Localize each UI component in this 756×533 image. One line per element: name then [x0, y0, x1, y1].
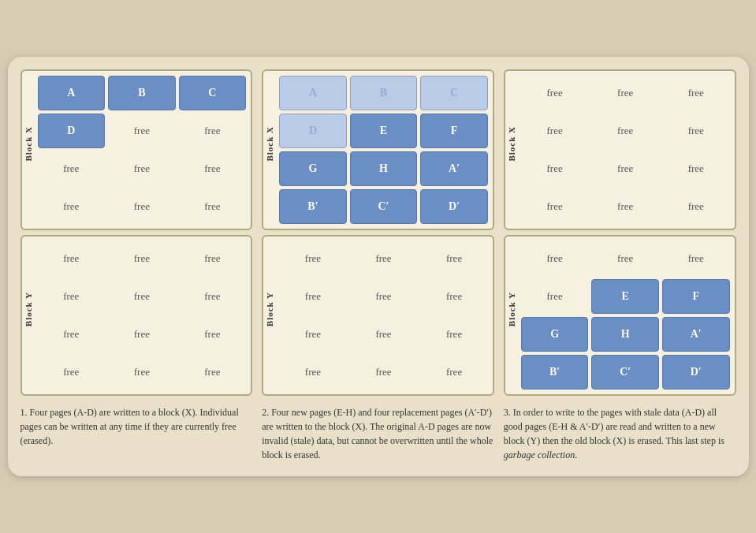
grid-cell: E: [591, 279, 659, 314]
panel-1: Block XABCDfreefreefreefreefreefreefreef…: [20, 69, 253, 464]
grid-cell: free: [591, 189, 659, 224]
grid-cell: free: [108, 114, 176, 148]
blocky-section: Block Yfreefreefreefreefreefreefreefreef…: [262, 235, 494, 396]
blockx-section: Block XABCDEFGHA′B′C′D′: [262, 69, 494, 230]
grid-cell: D′: [662, 355, 730, 390]
grid-cell: free: [591, 151, 659, 186]
grid-cell: free: [279, 241, 347, 276]
grid-cell: B′: [521, 355, 589, 390]
grid-cell: free: [38, 355, 106, 390]
grid-cell: free: [108, 189, 176, 224]
grid-cell: free: [38, 317, 106, 352]
blockx-grid: ABCDEFGHA′B′C′D′: [279, 76, 488, 224]
grid-cell: free: [420, 355, 488, 390]
grid-cell: B′: [279, 189, 347, 224]
grid-cell: free: [521, 241, 589, 276]
grid-cell: B: [108, 76, 176, 110]
grid-cell: free: [662, 76, 730, 110]
grid-cell: C′: [350, 189, 418, 224]
grid-cell: free: [279, 317, 347, 352]
grid-cell: free: [521, 114, 589, 148]
grid-cell: free: [350, 241, 418, 276]
main-container: Block XABCDfreefreefreefreefreefreefreef…: [8, 57, 749, 476]
grid-cell: H: [591, 317, 659, 352]
grid-cell: free: [350, 317, 418, 352]
grid-cell: D: [38, 114, 106, 148]
grid-cell: free: [662, 114, 730, 148]
grid-cell: free: [179, 151, 247, 186]
grid-cell: D: [279, 114, 347, 148]
grid-cell: free: [521, 189, 589, 224]
blockx-label: Block X: [24, 126, 39, 162]
grid-cell: free: [179, 189, 247, 224]
grid-cell: free: [108, 355, 176, 390]
grid-cell: free: [662, 151, 730, 186]
grid-cell: free: [38, 279, 106, 314]
grid-cell: free: [420, 241, 488, 276]
grid-cell: F: [420, 114, 488, 148]
blockx-label: Block X: [507, 126, 523, 162]
blockx-grid-wrapper: freefreefreefreefreefreefreefreefreefree…: [521, 71, 735, 229]
grid-cell: E: [350, 114, 418, 148]
blocky-label: Block Y: [265, 292, 281, 326]
grid-cell: free: [662, 189, 730, 224]
blockx-grid: freefreefreefreefreefreefreefreefreefree…: [521, 76, 730, 224]
grid-cell: A′: [420, 151, 488, 186]
blockx-grid: ABCDfreefreefreefreefreefreefreefree: [38, 76, 247, 224]
grid-cell: free: [350, 355, 418, 390]
grid-cell: B: [350, 76, 418, 110]
grid-cell: free: [662, 241, 730, 276]
blockx-grid-wrapper: ABCDfreefreefreefreefreefreefreefree: [38, 71, 251, 229]
grid-cell: A: [38, 76, 106, 110]
grid-cell: C: [420, 76, 488, 110]
panel-2: Block XABCDEFGHA′B′C′D′Block Yfreefreefr…: [262, 69, 494, 464]
grid-cell: free: [521, 279, 589, 314]
grid-cell: free: [591, 76, 659, 110]
blocky-grid-wrapper: freefreefreefreeEFGHA′B′C′D′: [521, 237, 735, 394]
grid-cell: free: [521, 151, 589, 186]
grid-cell: C: [179, 76, 247, 110]
blocky-grid-wrapper: freefreefreefreefreefreefreefreefreefree…: [38, 237, 251, 394]
grid-cell: free: [350, 279, 418, 314]
grid-cell: free: [279, 279, 347, 314]
blocky-grid-wrapper: freefreefreefreefreefreefreefreefreefree…: [279, 237, 493, 394]
grid-cell: C′: [591, 355, 659, 390]
blocky-grid: freefreefreefreefreefreefreefreefreefree…: [279, 241, 488, 390]
grid-cell: free: [179, 241, 247, 276]
blocky-label: Block Y: [507, 292, 523, 326]
blocky-grid: freefreefreefreefreefreefreefreefreefree…: [38, 241, 247, 390]
grid-cell: G: [279, 151, 347, 186]
grid-cell: free: [38, 189, 106, 224]
grid-cell: free: [420, 317, 488, 352]
grid-cell: free: [108, 241, 176, 276]
blockx-section: Block XABCDfreefreefreefreefreefreefreef…: [20, 69, 253, 230]
panel-caption: 3. In order to write to the pages with s…: [504, 404, 736, 464]
grid-cell: free: [591, 114, 659, 148]
grid-cell: free: [591, 241, 659, 276]
blockx-label: Block X: [265, 126, 281, 162]
grid-cell: free: [420, 279, 488, 314]
grid-cell: free: [179, 355, 247, 390]
grid-cell: free: [108, 151, 176, 186]
grid-cell: free: [179, 317, 247, 352]
grid-cell: free: [38, 241, 106, 276]
grid-cell: free: [179, 279, 247, 314]
blocky-grid: freefreefreefreeEFGHA′B′C′D′: [521, 241, 730, 390]
grid-cell: free: [521, 76, 589, 110]
blockx-section: Block Xfreefreefreefreefreefreefreefreef…: [504, 69, 736, 230]
grid-cell: G: [521, 317, 589, 352]
panel-caption: 1. Four pages (A-D) are written to a blo…: [20, 404, 253, 449]
grid-cell: free: [38, 151, 106, 186]
grid-cell: A′: [662, 317, 730, 352]
blocky-section: Block YfreefreefreefreeEFGHA′B′C′D′: [504, 235, 736, 396]
blocky-label: Block Y: [24, 292, 39, 326]
blockx-grid-wrapper: ABCDEFGHA′B′C′D′: [279, 71, 493, 229]
grid-cell: H: [350, 151, 418, 186]
panel-caption: 2. Four new pages (E-H) and four replace…: [262, 404, 494, 464]
grid-cell: free: [108, 279, 176, 314]
grid-cell: D′: [420, 189, 488, 224]
grid-cell: free: [108, 317, 176, 352]
grid-cell: free: [179, 114, 247, 148]
grid-cell: F: [662, 279, 730, 314]
grid-cell: free: [279, 355, 347, 390]
